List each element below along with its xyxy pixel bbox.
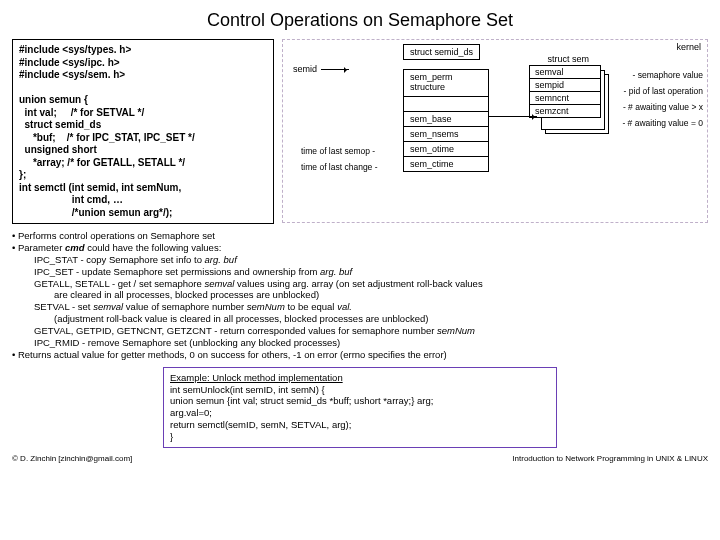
page-title: Control Operations on Semaphore Set xyxy=(12,10,708,31)
bullet-setval2: (adjustment roll-back value is cleared i… xyxy=(54,313,708,325)
bullet-getall2: are cleared in all processes, blocked pr… xyxy=(54,289,708,301)
kernel-diagram: kernel struct semid_ds semid sem_perm st… xyxy=(282,39,708,223)
note-semncnt: - # awaiting value > x xyxy=(623,102,703,112)
footer: © D. Zinchin [zinchin@gmail.com] Introdu… xyxy=(12,454,708,463)
footer-right: Introduction to Network Programming in U… xyxy=(512,454,708,463)
time-chg-label: time of last change - xyxy=(301,162,378,172)
field-semval: semval xyxy=(529,65,601,79)
field-semzcnt: semzcnt xyxy=(529,104,601,118)
field-sem-base: sem_base xyxy=(403,111,489,127)
bullet-rmid: IPC_RMID - remove Semaphore set (unblock… xyxy=(34,337,708,349)
field-sem-otime: sem_otime xyxy=(403,141,489,157)
bullet-getall: GETALL, SETALL - get / set semaphore sem… xyxy=(34,278,708,290)
arrow-icon xyxy=(321,69,349,70)
bullet-getval: GETVAL, GETPID, GETNCNT, GETZCNT - retur… xyxy=(34,325,708,337)
struct-sem-label: struct sem xyxy=(547,54,589,64)
example-l5: } xyxy=(170,431,550,443)
bullet-setval: SETVAL - set semval value of semaphore n… xyxy=(34,301,708,313)
bullet-list: • Performs control operations on Semapho… xyxy=(12,230,708,361)
example-l3: arg.val=0; xyxy=(170,407,550,419)
kernel-label: kernel xyxy=(676,42,701,52)
bullet-performs: • Performs control operations on Semapho… xyxy=(12,230,708,242)
bullet-ipcset: IPC_SET - update Semaphore set permissio… xyxy=(34,266,708,278)
bullet-cmd: • Parameter cmd could have the following… xyxy=(12,242,708,254)
field-sem-nsems: sem_nsems xyxy=(403,126,489,142)
arrow-icon xyxy=(489,116,537,117)
note-semzcnt: - # awaiting value = 0 xyxy=(622,118,703,128)
example-l1: int semUnlock(int semID, int semN) { xyxy=(170,384,550,396)
field-sempid: sempid xyxy=(529,78,601,92)
bullet-ipcstat: IPC_STAT - copy Semaphore set info to ar… xyxy=(34,254,708,266)
example-box: Example: Unlock method implementation in… xyxy=(163,367,557,448)
field-blank xyxy=(403,96,489,112)
semid-label: semid xyxy=(293,64,317,74)
time-op-label: time of last semop - xyxy=(301,146,375,156)
struct-sem-fields: semval sempid semncnt semzcnt xyxy=(529,66,601,118)
semid-ds-fields: sem_perm structure sem_base sem_nsems se… xyxy=(403,70,489,172)
footer-left: © D. Zinchin [zinchin@gmail.com] xyxy=(12,454,132,463)
field-semncnt: semncnt xyxy=(529,91,601,105)
struct-semid-ds-label: struct semid_ds xyxy=(403,44,480,60)
note-sempid: - pid of last operation xyxy=(624,86,703,96)
example-l4: return semctl(semID, semN, SETVAL, arg); xyxy=(170,419,550,431)
bullet-returns: • Returns actual value for getter method… xyxy=(12,349,708,361)
note-semval: - semaphore value xyxy=(633,70,703,80)
example-l2: union semun {int val; struct semid_ds *b… xyxy=(170,395,550,407)
example-title: Example: Unlock method implementation xyxy=(170,372,550,384)
field-sem-ctime: sem_ctime xyxy=(403,156,489,172)
code-block: #include <sys/types. h> #include <sys/ip… xyxy=(12,39,274,224)
field-sem-perm: sem_perm structure xyxy=(403,69,489,97)
